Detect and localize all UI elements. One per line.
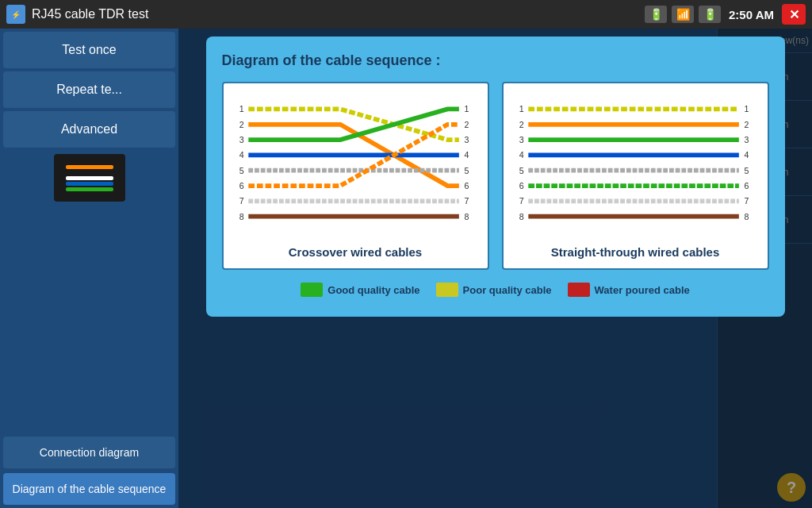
svg-text:2: 2 [239, 120, 243, 129]
svg-text:5: 5 [239, 166, 243, 175]
app-logo: ⚡ [6, 5, 25, 24]
svg-text:5: 5 [464, 166, 469, 175]
crossover-title: Crossover wired cables [233, 245, 478, 259]
cable-diagrams: 1 2 3 4 5 6 7 8 1 2 3 [222, 82, 769, 270]
svg-text:7: 7 [519, 196, 523, 206]
svg-text:3: 3 [464, 135, 469, 144]
cable-sequence-dialog: Diagram of the cable sequence : 1 2 3 4 … [206, 37, 785, 317]
cable-image [54, 154, 125, 202]
close-button[interactable]: ✕ [782, 4, 806, 25]
legend-poor: Poor quality cable [436, 283, 552, 297]
repeat-test-button[interactable]: Repeat te... [3, 71, 175, 108]
svg-text:7: 7 [239, 196, 243, 206]
svg-text:2: 2 [464, 120, 469, 129]
content-area: ce skew(ns) invalidation invalidation in… [178, 29, 812, 508]
svg-text:6: 6 [744, 181, 749, 190]
svg-text:4: 4 [519, 150, 523, 160]
title-bar-right: 🔋 📶 🔋 2:50 AM ✕ [645, 4, 806, 25]
cable-diagram-button[interactable]: Diagram of the cable sequence [3, 473, 175, 505]
svg-text:3: 3 [744, 135, 749, 144]
svg-text:5: 5 [519, 166, 523, 175]
svg-text:1: 1 [519, 104, 523, 114]
straight-box: 1 2 3 4 5 6 7 8 1 2 3 [502, 82, 769, 270]
svg-text:6: 6 [519, 181, 523, 190]
svg-text:7: 7 [744, 196, 749, 206]
svg-text:5: 5 [744, 166, 749, 175]
svg-text:2: 2 [744, 120, 749, 129]
title-bar: ⚡ RJ45 cable TDR test 🔋 📶 🔋 2:50 AM ✕ [0, 0, 812, 29]
svg-text:1: 1 [744, 104, 749, 114]
svg-text:8: 8 [239, 212, 243, 221]
legend-poor-label: Poor quality cable [463, 284, 552, 296]
advanced-button[interactable]: Advanced [3, 111, 175, 148]
svg-text:8: 8 [744, 212, 749, 221]
svg-text:4: 4 [744, 150, 749, 160]
legend-good: Good quality cable [301, 283, 419, 297]
straight-title: Straight-through wired cables [513, 245, 758, 259]
dialog-title: Diagram of the cable sequence : [222, 52, 769, 69]
clock: 2:50 AM [729, 8, 774, 21]
svg-text:3: 3 [519, 135, 523, 144]
svg-text:1: 1 [239, 104, 243, 114]
crossover-box: 1 2 3 4 5 6 7 8 1 2 3 [222, 82, 489, 270]
crossover-svg: 1 2 3 4 5 6 7 8 1 2 3 [233, 93, 478, 236]
svg-text:8: 8 [464, 212, 469, 221]
crossover-diagram: 1 2 3 4 5 6 7 8 1 2 3 [233, 93, 478, 236]
dialog-overlay: Diagram of the cable sequence : 1 2 3 4 … [178, 29, 812, 508]
battery-icon: 🔋 [645, 6, 667, 23]
battery2-icon: 🔋 [699, 6, 721, 23]
svg-text:8: 8 [519, 212, 523, 221]
legend-water: Water poured cable [568, 283, 690, 297]
svg-text:2: 2 [519, 120, 523, 129]
svg-text:6: 6 [464, 181, 469, 190]
straight-diagram: 1 2 3 4 5 6 7 8 1 2 3 [513, 93, 758, 236]
legend-poor-color [436, 283, 458, 297]
straight-svg: 1 2 3 4 5 6 7 8 1 2 3 [513, 93, 758, 236]
svg-text:1: 1 [464, 104, 469, 114]
legend-water-color [568, 283, 590, 297]
svg-text:4: 4 [464, 150, 469, 160]
legend-good-color [301, 283, 323, 297]
svg-text:6: 6 [239, 181, 243, 190]
main-area: Test once Repeat te... Advanced Connecti… [0, 29, 812, 508]
signal-icon: 📶 [672, 6, 694, 23]
legend-water-label: Water poured cable [595, 284, 690, 296]
svg-text:3: 3 [239, 135, 243, 144]
svg-text:7: 7 [464, 196, 469, 206]
test-once-button[interactable]: Test once [3, 32, 175, 68]
svg-text:4: 4 [239, 150, 243, 160]
sidebar: Test once Repeat te... Advanced Connecti… [0, 29, 178, 508]
legend: Good quality cable Poor quality cable Wa… [222, 283, 769, 297]
connection-diagram-button[interactable]: Connection diagram [3, 437, 175, 468]
app-title: RJ45 cable TDR test [32, 7, 638, 21]
legend-good-label: Good quality cable [327, 284, 419, 296]
